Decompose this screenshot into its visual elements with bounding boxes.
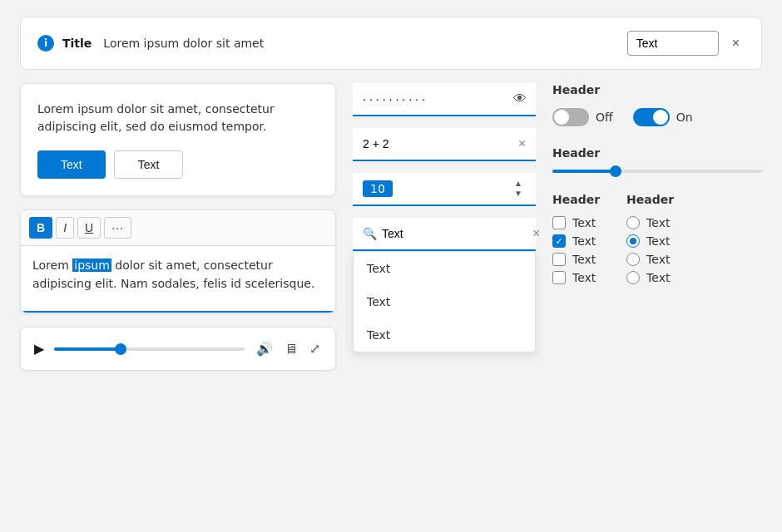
info-icon: i xyxy=(37,35,54,52)
progress-thumb xyxy=(115,343,126,355)
checkbox-2[interactable] xyxy=(552,234,566,248)
spinner-value: 10 xyxy=(363,180,393,197)
radio-2[interactable] xyxy=(626,234,640,248)
eye-icon-button[interactable]: 👁 xyxy=(513,91,527,106)
toggle-off-item: Off xyxy=(552,108,613,126)
radio-item-2[interactable]: Text xyxy=(626,234,674,248)
checkbox-col2-header: Header xyxy=(626,193,674,206)
progress-track[interactable] xyxy=(54,347,245,351)
media-player: ▶ 🔊 🖥 ⤢ xyxy=(20,327,336,371)
bold-button[interactable]: B xyxy=(29,217,52,239)
checkbox-4[interactable] xyxy=(552,271,566,284)
toggle-on-label: On xyxy=(676,111,693,124)
radio-item-4[interactable]: Text xyxy=(626,271,674,284)
checkbox-item-4[interactable]: Text xyxy=(552,271,600,284)
search-container: 🔍 × Text Text Text xyxy=(353,218,536,251)
radio-label-2: Text xyxy=(646,234,670,248)
checkbox-item-3[interactable]: Text xyxy=(552,253,600,266)
dropdown-item-2[interactable]: Text xyxy=(354,285,535,318)
search-input[interactable] xyxy=(382,227,527,240)
editor-text-before: Lorem xyxy=(32,259,72,272)
editor-highlight: ipsum xyxy=(72,259,111,272)
banner-input[interactable] xyxy=(627,31,719,56)
radio-label-3: Text xyxy=(646,253,670,266)
spinner-down-button[interactable]: ▼ xyxy=(511,190,526,198)
checkbox-label-4: Text xyxy=(572,271,596,284)
toggle-row: Off On xyxy=(552,108,762,126)
text-input[interactable] xyxy=(363,137,513,150)
editor-toolbar: B I U ··· xyxy=(21,210,335,246)
toggle-off-switch[interactable] xyxy=(552,108,589,126)
slider-header: Header xyxy=(552,146,762,160)
card-buttons: Text Text xyxy=(37,150,319,179)
checkbox-col1-header: Header xyxy=(552,193,600,206)
left-panel: Lorem ipsum dolor sit amet, consectetur … xyxy=(20,83,336,371)
password-input[interactable] xyxy=(363,92,508,106)
checkbox-columns: Header Text Text Text T xyxy=(552,193,762,284)
progress-fill xyxy=(54,347,121,351)
search-dropdown: Text Text Text xyxy=(353,251,536,352)
banner-title: Title xyxy=(62,37,92,50)
screen-button[interactable]: 🖥 xyxy=(283,340,299,358)
right-panel: Header Off On xyxy=(552,83,762,284)
card: Lorem ipsum dolor sit amet, consectetur … xyxy=(20,83,336,196)
toggle-on-item: On xyxy=(633,108,693,126)
radio-3[interactable] xyxy=(626,253,640,266)
rich-editor: B I U ··· Lorem ipsum dolor sit amet, co… xyxy=(20,209,336,313)
dropdown-item-3[interactable]: Text xyxy=(354,318,535,352)
radio-item-1[interactable]: Text xyxy=(626,216,674,229)
radio-label-1: Text xyxy=(646,216,670,229)
content-row: Lorem ipsum dolor sit amet, consectetur … xyxy=(20,83,762,371)
expand-button[interactable]: ⤢ xyxy=(308,339,322,358)
spinner-up-button[interactable]: ▲ xyxy=(511,180,526,188)
checkbox-3[interactable] xyxy=(552,253,566,266)
banner-description: Lorem ipsum dolor sit amet xyxy=(103,37,264,50)
checkbox-1[interactable] xyxy=(552,216,566,229)
radio-label-4: Text xyxy=(646,271,670,284)
italic-button[interactable]: I xyxy=(56,217,74,239)
checkbox-item-2[interactable]: Text xyxy=(552,234,600,248)
checkbox-col-2: Header Text Text Text T xyxy=(626,193,674,284)
clear-button[interactable]: × xyxy=(518,136,526,151)
checkbox-col-1: Header Text Text Text T xyxy=(552,193,600,284)
slider-thumb xyxy=(610,165,621,177)
slider-fill xyxy=(552,170,616,173)
toggle-on-switch[interactable] xyxy=(633,108,670,126)
underline-button[interactable]: U xyxy=(77,217,101,239)
search-row: 🔍 × xyxy=(353,218,536,251)
checkbox-label-3: Text xyxy=(572,253,596,266)
checkbox-label-1: Text xyxy=(572,216,596,229)
radio-item-3[interactable]: Text xyxy=(626,253,674,266)
dropdown-item-1[interactable]: Text xyxy=(354,252,535,285)
card-body: Lorem ipsum dolor sit amet, consectetur … xyxy=(37,101,319,135)
toggle-off-label: Off xyxy=(596,111,613,124)
volume-button[interactable]: 🔊 xyxy=(255,339,275,358)
editor-content[interactable]: Lorem ipsum dolor sit amet, consectetur … xyxy=(21,246,335,313)
card-primary-button[interactable]: Text xyxy=(37,150,106,179)
banner: i Title Lorem ipsum dolor sit amet × xyxy=(20,17,762,70)
spinner-arrows: ▲ ▼ xyxy=(511,180,526,198)
slider-track[interactable] xyxy=(552,170,762,173)
password-field-row: 👁 xyxy=(353,83,536,116)
play-button[interactable]: ▶ xyxy=(34,341,44,357)
radio-1[interactable] xyxy=(626,216,640,229)
toggle-off-thumb xyxy=(554,110,569,125)
more-button[interactable]: ··· xyxy=(104,217,131,239)
search-icon: 🔍 xyxy=(363,227,377,240)
toggle-group: Header Off On xyxy=(552,83,762,126)
spinner-row: 10 ▲ ▼ xyxy=(353,173,536,206)
text-input-row: × xyxy=(353,128,536,161)
media-icons: 🔊 🖥 ⤢ xyxy=(255,339,322,358)
checkbox-label-2: Text xyxy=(572,234,596,248)
radio-4[interactable] xyxy=(626,271,640,284)
slider-group: Header xyxy=(552,146,762,173)
card-secondary-button[interactable]: Text xyxy=(114,150,184,179)
middle-panel: 👁 × 10 ▲ ▼ 🔍 × xyxy=(353,83,536,251)
toggle-on-thumb xyxy=(653,110,668,125)
search-clear-button[interactable]: × xyxy=(532,226,540,241)
banner-close-button[interactable]: × xyxy=(727,32,745,54)
toggle-header: Header xyxy=(552,83,762,96)
checkbox-item-1[interactable]: Text xyxy=(552,216,600,229)
